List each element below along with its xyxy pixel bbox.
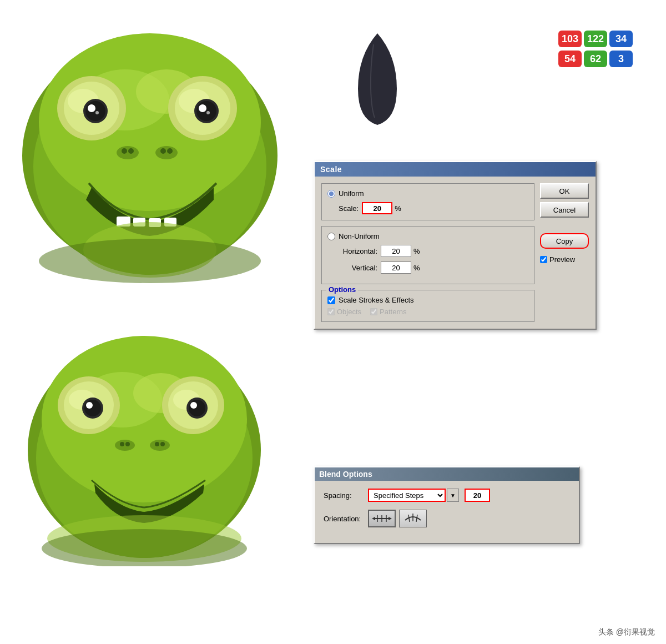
blend-dialog-body: Spacing: Specified Steps Smooth Color Sp…	[315, 481, 579, 543]
badge-54: 54	[558, 51, 582, 67]
svg-point-19	[117, 146, 139, 159]
scale-left-panel: Uniform Scale: 20 % Non-Uniform H	[321, 183, 534, 322]
svg-point-16	[196, 101, 216, 121]
vertical-input[interactable]: 20	[381, 261, 411, 274]
horizontal-label: Horizontal:	[339, 247, 377, 255]
scale-strokes-label: Scale Strokes & Effects	[339, 296, 414, 304]
options-title: Options	[326, 285, 358, 294]
svg-point-40	[84, 400, 101, 416]
preview-label: Preview	[549, 255, 575, 264]
scale-uniform-input[interactable]: 20	[362, 202, 392, 214]
badge-3: 3	[609, 51, 633, 67]
svg-marker-61	[372, 517, 375, 520]
svg-point-23	[160, 148, 166, 154]
svg-point-11	[95, 111, 99, 114]
cancel-button[interactable]: Cancel	[540, 202, 589, 218]
scale-value-row: Scale: 20 %	[339, 202, 528, 214]
patterns-checkbox[interactable]	[370, 308, 377, 315]
svg-point-41	[86, 402, 93, 409]
orientation-label: Orientation:	[324, 515, 368, 523]
svg-line-64	[416, 515, 417, 522]
badge-34: 34	[609, 31, 633, 47]
svg-point-49	[150, 440, 170, 451]
patterns-item: Patterns	[370, 308, 406, 316]
svg-point-20	[155, 146, 178, 159]
svg-point-30	[39, 239, 261, 283]
copy-button[interactable]: Copy	[540, 233, 589, 249]
svg-point-22	[128, 148, 134, 154]
horizontal-input[interactable]: 20	[381, 245, 411, 257]
non-uniform-radio[interactable]	[327, 233, 335, 240]
svg-line-62	[408, 515, 410, 522]
color-badges: 103 122 34 54 62 3	[558, 31, 633, 71]
blend-options-dialog: Blend Options Spacing: Specified Steps S…	[314, 466, 580, 544]
spacing-select[interactable]: Specified Steps Smooth Color Specified D…	[368, 489, 446, 502]
teardrop-shape	[352, 28, 402, 130]
svg-point-52	[155, 442, 159, 446]
badge-62: 62	[584, 51, 607, 67]
scale-percent: %	[395, 204, 401, 213]
svg-point-24	[167, 148, 173, 154]
svg-point-46	[189, 400, 205, 416]
badge-row-2: 54 62 3	[558, 51, 633, 67]
blend-title-text: Blend Options	[319, 470, 372, 479]
svg-point-47	[190, 402, 197, 409]
objects-item: Objects	[327, 308, 361, 316]
scale-title-text: Scale	[320, 165, 342, 174]
badge-122: 122	[584, 31, 607, 47]
watermark: 头条 @衍果视觉	[598, 627, 655, 637]
svg-point-51	[125, 442, 130, 446]
svg-point-17	[199, 104, 206, 112]
vertical-percent: %	[413, 264, 420, 272]
frog-illustrations	[0, 0, 311, 611]
svg-point-10	[88, 104, 95, 112]
non-uniform-label: Non-Uniform	[339, 232, 380, 240]
preview-row: Preview	[540, 255, 589, 264]
badge-103: 103	[558, 31, 582, 47]
svg-point-50	[120, 442, 124, 446]
badge-row-1: 103 122 34	[558, 31, 633, 47]
svg-point-53	[160, 442, 165, 446]
scale-field-label: Scale:	[339, 204, 359, 213]
svg-point-18	[206, 111, 210, 114]
steps-input[interactable]: 20	[465, 489, 490, 502]
scale-buttons-panel: OK Cancel Copy Preview	[540, 183, 589, 322]
patterns-label: Patterns	[380, 308, 406, 316]
spacing-label: Spacing:	[324, 491, 368, 500]
scale-dialog: Scale Uniform Scale: 20 %	[314, 161, 597, 330]
vertical-row: Vertical: 20 %	[339, 261, 528, 274]
svg-point-55	[42, 529, 247, 566]
horizontal-row: Horizontal: 20 %	[339, 245, 528, 257]
non-uniform-radio-row: Non-Uniform	[327, 232, 528, 240]
uniform-radio-row: Uniform	[327, 189, 528, 198]
horizontal-percent: %	[413, 247, 420, 255]
uniform-label: Uniform	[339, 189, 364, 198]
non-uniform-section: Non-Uniform Horizontal: 20 % Vertical: 2…	[321, 226, 534, 284]
preview-checkbox[interactable]	[540, 256, 547, 263]
svg-point-48	[115, 440, 135, 451]
scale-strokes-row: Scale Strokes & Effects	[327, 296, 528, 304]
orientation-row: Orientation:	[324, 510, 570, 527]
vertical-label: Vertical:	[339, 264, 377, 272]
scale-strokes-checkbox[interactable]	[327, 296, 335, 304]
scale-dialog-title: Scale	[315, 162, 596, 177]
objects-label: Objects	[337, 308, 361, 316]
objects-checkbox[interactable]	[327, 308, 335, 315]
options-section: Options Scale Strokes & Effects Objects …	[321, 290, 534, 322]
uniform-section: Uniform Scale: 20 %	[321, 183, 534, 220]
svg-point-9	[85, 101, 105, 121]
spacing-row: Spacing: Specified Steps Smooth Color Sp…	[324, 489, 570, 502]
uniform-radio[interactable]	[327, 190, 335, 198]
orient-path-button[interactable]	[399, 510, 427, 527]
svg-point-21	[122, 148, 127, 154]
svg-marker-60	[389, 517, 392, 520]
ok-button[interactable]: OK	[540, 183, 589, 199]
orient-page-button[interactable]	[368, 510, 396, 527]
dropdown-arrow-icon[interactable]: ▼	[447, 489, 459, 502]
objects-patterns-row: Objects Patterns	[327, 308, 528, 316]
blend-dialog-title: Blend Options	[315, 467, 579, 481]
